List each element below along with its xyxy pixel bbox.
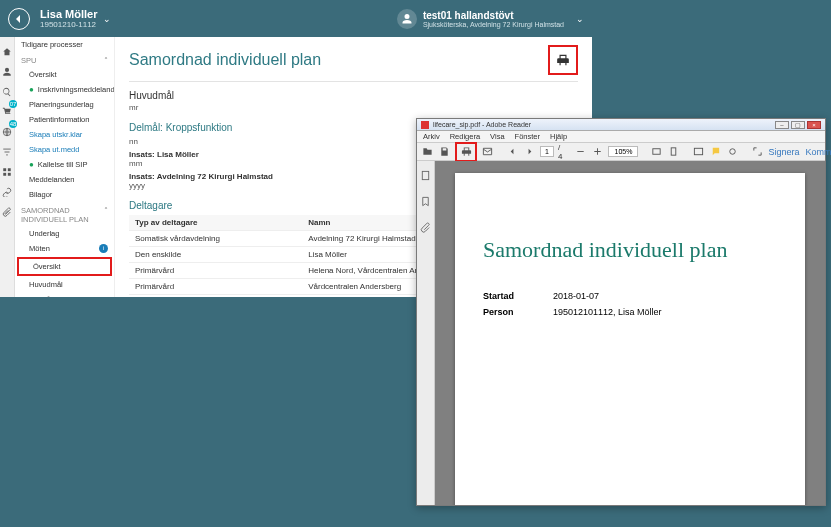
read-mode-icon[interactable]	[692, 145, 705, 159]
zoom-input[interactable]	[608, 146, 638, 157]
fit-page-icon[interactable]	[667, 145, 680, 159]
sidebar-oversikt[interactable]: Översikt	[15, 67, 114, 82]
avatar-icon	[397, 9, 417, 29]
page-total: / 4	[558, 143, 562, 161]
highlight-oversikt: Översikt	[17, 257, 112, 276]
svg-rect-7	[695, 148, 703, 154]
grid-icon[interactable]	[2, 163, 12, 173]
pdf-doc-title: Samordnad individuell plan	[483, 237, 777, 263]
kommentar-button[interactable]: Kommentar	[805, 147, 831, 157]
maximize-button[interactable]: ▢	[791, 121, 805, 129]
sidebar-underlag[interactable]: Underlag	[15, 226, 114, 241]
print-button[interactable]	[554, 51, 572, 69]
sidebar-skapa-klar[interactable]: Skapa utskr.klar	[15, 127, 114, 142]
highlight-print	[548, 45, 578, 75]
user-role: Sjuksköterska, Avdelning 72 Kirurgi Halm…	[423, 21, 564, 28]
icon-rail: 07 48	[0, 37, 15, 297]
svg-point-8	[730, 149, 736, 155]
sidebar-skapa-medd[interactable]: Skapa ut.medd	[15, 142, 114, 157]
close-button[interactable]: ×	[807, 121, 821, 129]
sidebar-kallelse[interactable]: ●Kallelse till SIP	[15, 157, 114, 172]
sidebar-moten[interactable]: Möteni	[15, 241, 114, 256]
minimize-button[interactable]: –	[775, 121, 789, 129]
clip-icon[interactable]	[2, 203, 12, 213]
sidebar-huvudmal[interactable]: Huvudmål	[15, 277, 114, 292]
col-type: Typ av deltagare	[129, 215, 302, 231]
cart-badge: 07	[9, 100, 17, 108]
pdf-person-label: Person	[483, 307, 527, 317]
signera-button[interactable]: Signera	[768, 147, 799, 157]
page-next-icon[interactable]	[523, 145, 536, 159]
sidebar-patientinfo[interactable]: Patientinformation	[15, 112, 114, 127]
sidebar-processes[interactable]: Tidigare processer	[15, 37, 114, 52]
svg-rect-1	[3, 168, 6, 171]
menu-fonster[interactable]: Fönster	[515, 132, 540, 141]
expand-icon[interactable]	[751, 145, 764, 159]
sidebar-delmal[interactable]: Delmål: Kroppsfunktion	[15, 292, 114, 297]
bookmarks-icon[interactable]	[420, 193, 431, 211]
link-icon[interactable]	[2, 183, 12, 193]
fit-width-icon[interactable]	[650, 145, 663, 159]
user-icon[interactable]	[2, 63, 12, 73]
search-icon[interactable]	[2, 83, 12, 93]
pdf-toolbar: / 4 Signera Kommentar	[417, 143, 825, 161]
pdf-reader-window: lifecare_sip.pdf - Adobe Reader – ▢ × Ar…	[416, 118, 826, 506]
pdf-viewport[interactable]: Samordnad individuell plan Startad 2018-…	[435, 161, 825, 505]
sidebar-inskrivning[interactable]: ●Inskrivningsmeddelande	[15, 82, 114, 97]
pdf-app-icon	[421, 121, 429, 129]
sidebar: Tidigare processer SPU˄ Översikt ●Inskri…	[15, 37, 115, 297]
sidebar-bilagor[interactable]: Bilagor	[15, 187, 114, 202]
menu-arkiv[interactable]: Arkiv	[423, 132, 440, 141]
globe-badge: 48	[9, 120, 17, 128]
patient-name: Lisa Möller	[40, 8, 97, 20]
svg-rect-9	[422, 171, 428, 179]
thumbnails-icon[interactable]	[420, 167, 431, 185]
sidebar-sip-header[interactable]: SAMORDNAD INDIVIDUELL PLAN˄	[15, 202, 114, 226]
highlight-pdf-print	[455, 142, 477, 162]
huvudmal-label: Huvudmål	[129, 90, 578, 101]
patient-id: 19501210-1112	[40, 20, 97, 29]
stamp-icon[interactable]	[726, 145, 739, 159]
chevron-down-icon: ⌄	[576, 14, 584, 24]
info-icon: i	[99, 244, 108, 253]
page-input[interactable]	[540, 146, 554, 157]
filter-icon[interactable]	[2, 143, 12, 153]
cart-icon[interactable]: 07	[2, 103, 12, 113]
home-icon[interactable]	[2, 43, 12, 53]
chevron-down-icon[interactable]: ⌄	[103, 14, 111, 24]
attachments-icon[interactable]	[420, 219, 431, 237]
zoom-out-icon[interactable]	[574, 145, 587, 159]
pdf-startad-value: 2018-01-07	[553, 291, 599, 301]
sidebar-oversikt-active[interactable]: Översikt	[19, 259, 110, 274]
pdf-page: Samordnad individuell plan Startad 2018-…	[455, 173, 805, 505]
comment-bubble-icon[interactable]	[709, 145, 722, 159]
chevron-up-icon: ˄	[104, 206, 108, 224]
back-button[interactable]	[8, 8, 30, 30]
user-menu[interactable]: test01 hallandstövt Sjuksköterska, Avdel…	[397, 9, 584, 29]
open-icon[interactable]	[421, 145, 434, 159]
globe-icon[interactable]: 48	[2, 123, 12, 133]
menu-redigera[interactable]: Redigera	[450, 132, 480, 141]
page-title: Samordnad individuell plan	[129, 51, 321, 69]
svg-rect-2	[8, 168, 11, 171]
patient-info[interactable]: Lisa Möller 19501210-1112	[40, 8, 97, 29]
sidebar-meddelanden[interactable]: Meddelanden	[15, 172, 114, 187]
menu-visa[interactable]: Visa	[490, 132, 504, 141]
pdf-titlebar[interactable]: lifecare_sip.pdf - Adobe Reader – ▢ ×	[417, 119, 825, 131]
svg-rect-4	[8, 173, 11, 176]
user-name: test01 hallandstövt	[423, 10, 564, 21]
sidebar-planering[interactable]: Planeringsunderlag	[15, 97, 114, 112]
page-prev-icon[interactable]	[506, 145, 519, 159]
topbar: Lisa Möller 19501210-1112 ⌄ test01 halla…	[0, 0, 592, 37]
svg-rect-3	[3, 173, 6, 176]
pdf-print-button[interactable]	[458, 145, 474, 159]
save-icon[interactable]	[438, 145, 451, 159]
sidebar-spu-header[interactable]: SPU˄	[15, 52, 114, 67]
mail-icon[interactable]	[481, 145, 494, 159]
menu-hjalp[interactable]: Hjälp	[550, 132, 567, 141]
check-icon: ●	[29, 85, 34, 94]
svg-rect-6	[672, 148, 677, 155]
check-icon: ●	[29, 160, 34, 169]
pdf-menubar: Arkiv Redigera Visa Fönster Hjälp	[417, 131, 825, 143]
zoom-in-icon[interactable]	[591, 145, 604, 159]
